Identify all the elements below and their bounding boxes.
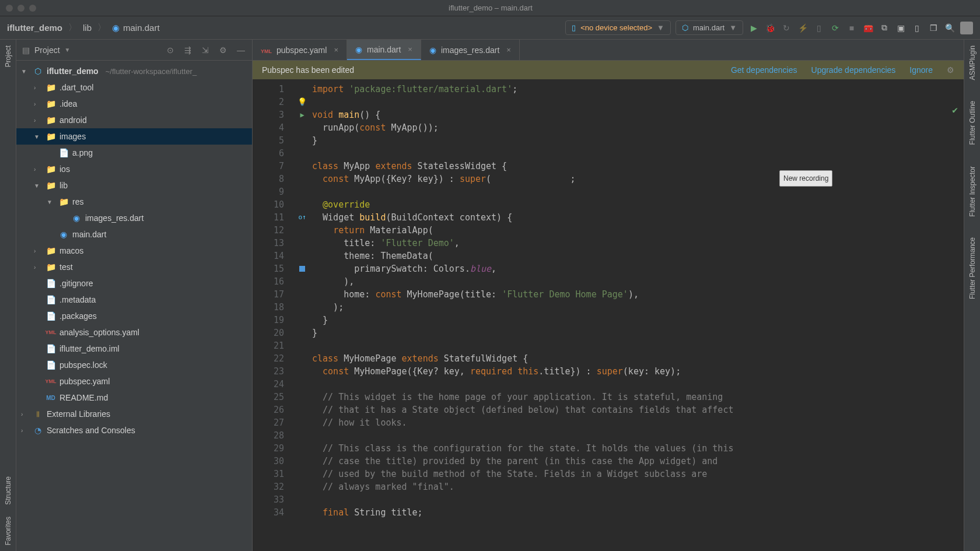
toolbox-icon[interactable]: 🧰	[862, 22, 874, 34]
tree-row[interactable]: 📄.packages	[16, 308, 252, 324]
hide-icon[interactable]: —	[237, 45, 246, 55]
left-tab-project[interactable]: Project	[3, 40, 13, 73]
close-icon[interactable]: ×	[506, 45, 511, 54]
breadcrumb-project[interactable]: iflutter_demo	[7, 23, 62, 33]
project-panel: ▤ Project ▼ ⊙ ⇶ ⇲ ⚙ — ▼⬡iflutter_demo~/f…	[16, 40, 253, 551]
upgrade-dependencies-link[interactable]: Upgrade dependencies	[811, 65, 896, 75]
right-tab-asmplugin[interactable]: ASMPlugin	[967, 40, 978, 86]
notification-gear-icon[interactable]: ⚙	[947, 65, 954, 75]
main-toolbar: iflutter_demo 〉 lib 〉 ◉main.dart ▯ <no d…	[0, 16, 980, 40]
code-body[interactable]: import 'package:flutter/material.dart'; …	[310, 79, 964, 551]
right-tab-flutter-performance[interactable]: Flutter Performance	[967, 231, 978, 305]
hotreload-icon[interactable]: ⟳	[830, 22, 841, 34]
close-icon[interactable]: ×	[408, 45, 412, 54]
right-tab-flutter-inspector[interactable]: Flutter Inspector	[967, 160, 978, 223]
project-panel-header: ▤ Project ▼ ⊙ ⇶ ⇲ ⚙ —	[16, 40, 252, 61]
tree-row[interactable]: MDREADME.md	[16, 389, 252, 406]
tree-row[interactable]: ›📁ios	[16, 161, 252, 177]
tree-row[interactable]: ›📁test	[16, 259, 252, 275]
breadcrumb-folder[interactable]: lib	[83, 23, 92, 33]
window-title: iflutter_demo – main.dart	[36, 3, 945, 12]
right-tab-flutter-outline[interactable]: Flutter Outline	[967, 95, 978, 150]
left-tab-favorites[interactable]: Favorites	[3, 511, 13, 551]
tree-row[interactable]: 📄a.png	[16, 145, 252, 161]
cube-icon[interactable]: ❒	[928, 22, 939, 34]
tree-row[interactable]: ›📁android	[16, 112, 252, 128]
pubspec-notification: Pubspec has been edited Get dependencies…	[253, 61, 964, 79]
tree-row[interactable]: ›⫴External Libraries	[16, 406, 252, 422]
get-dependencies-link[interactable]: Get dependencies	[731, 65, 797, 75]
devices-icon[interactable]: ▯	[911, 22, 923, 34]
tree-row[interactable]: YMLpubspec.yaml	[16, 373, 252, 389]
collapse-icon[interactable]: ⇶	[184, 45, 194, 55]
run-icon[interactable]: ▶	[748, 22, 760, 34]
layout-icon[interactable]: ⧉	[878, 22, 890, 34]
ignore-link[interactable]: Ignore	[909, 65, 933, 75]
coverage-icon[interactable]: ↻	[780, 22, 792, 34]
line-numbers: 1234567891011121314151617181920212223242…	[253, 79, 295, 551]
device-selector[interactable]: ▯ <no device selected> ▼	[565, 20, 671, 35]
tree-row[interactable]: ›📁.idea	[16, 96, 252, 112]
profile-icon[interactable]: ⚡	[797, 22, 808, 34]
settings-icon[interactable]: ⚙	[219, 45, 229, 55]
search-icon[interactable]: 🔍	[944, 22, 956, 34]
tree-row[interactable]: 📄iflutter_demo.iml	[16, 341, 252, 357]
run-config-selector[interactable]: ⬡ main.dart ▼	[676, 20, 743, 35]
left-tab-structure[interactable]: Structure	[3, 471, 13, 511]
tree-row[interactable]: ›📁macos	[16, 243, 252, 259]
tree-row[interactable]: 📄.gitignore	[16, 275, 252, 292]
tree-row[interactable]: ▼📁lib	[16, 177, 252, 194]
editor-tab[interactable]: YMLpubspec.yaml×	[253, 40, 347, 60]
breadcrumb-file[interactable]: ◉main.dart	[112, 23, 160, 33]
minimize-window-button[interactable]	[18, 5, 24, 12]
attach-icon[interactable]: ▯	[813, 22, 825, 34]
tree-row[interactable]: 📄.metadata	[16, 292, 252, 308]
analysis-ok-icon: ✔	[952, 104, 958, 117]
locate-icon[interactable]: ⊙	[167, 45, 176, 55]
breadcrumb: iflutter_demo 〉 lib 〉 ◉main.dart	[7, 22, 160, 33]
tree-row[interactable]: ▼📁images	[16, 128, 252, 145]
tree-row[interactable]: ›◔Scratches and Consoles	[16, 422, 252, 438]
right-tool-rail: ASMPlugin Flutter Outline Flutter Inspec…	[964, 40, 980, 551]
editor-tab[interactable]: ◉images_res.dart×	[421, 40, 520, 60]
editor-tab[interactable]: ◉main.dart×	[347, 40, 421, 60]
editor-tabs: YMLpubspec.yaml×◉main.dart×◉images_res.d…	[253, 40, 964, 61]
tree-row-root[interactable]: ▼⬡iflutter_demo~/flutter-workspace/iflut…	[16, 63, 252, 79]
tree-row[interactable]: ›📁.dart_tool	[16, 79, 252, 96]
maximize-window-button[interactable]	[29, 5, 36, 12]
avatar-icon[interactable]	[960, 22, 973, 34]
close-window-button[interactable]	[6, 5, 13, 12]
tree-row[interactable]: ◉main.dart	[16, 226, 252, 243]
tooltip-new-recording: New recording	[779, 170, 832, 187]
tree-row[interactable]: ▼📁res	[16, 194, 252, 210]
window-titlebar: iflutter_demo – main.dart	[0, 0, 980, 16]
editor-area: YMLpubspec.yaml×◉main.dart×◉images_res.d…	[253, 40, 964, 551]
tree-row[interactable]: ◉images_res.dart	[16, 210, 252, 226]
tree-row[interactable]: YMLanalysis_options.yaml	[16, 324, 252, 341]
left-tool-rail: Project Structure Favorites	[0, 40, 16, 551]
expand-icon[interactable]: ⇲	[202, 45, 211, 55]
stop-icon[interactable]: ■	[846, 22, 858, 34]
gutter-marks: 💡▶o↑	[295, 79, 310, 551]
traffic-lights	[6, 5, 36, 12]
tree-row[interactable]: 📄pubspec.lock	[16, 357, 252, 373]
close-icon[interactable]: ×	[334, 45, 338, 54]
code-editor[interactable]: 1234567891011121314151617181920212223242…	[253, 79, 964, 551]
debug-icon[interactable]: 🐞	[764, 22, 776, 34]
project-tree[interactable]: ▼⬡iflutter_demo~/flutter-workspace/iflut…	[16, 61, 252, 441]
inspector-icon[interactable]: ▣	[895, 22, 907, 34]
